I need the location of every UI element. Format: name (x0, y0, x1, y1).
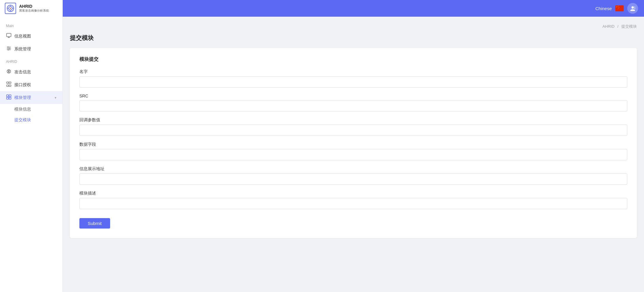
svg-point-2 (10, 8, 11, 9)
field-data-fields: 数据字段 (79, 142, 627, 160)
svg-rect-33 (7, 97, 9, 100)
settings-icon (6, 46, 11, 52)
svg-rect-27 (7, 82, 9, 83)
label-data-fields: 数据字段 (79, 142, 627, 147)
label-name: 名字 (79, 69, 627, 74)
input-src[interactable] (79, 100, 627, 111)
svg-rect-32 (9, 95, 11, 97)
chevron-down-icon: ▾ (55, 96, 56, 100)
sidebar-item-info-view[interactable]: 信息视图 (0, 30, 62, 43)
svg-rect-14 (7, 33, 11, 37)
sidebar-label-api-auth: 接口授权 (14, 82, 31, 88)
sidebar-item-attack-info[interactable]: 攻击信息 (0, 66, 62, 78)
sidebar-section-ahrid: AHRID (0, 55, 62, 66)
sidebar-section-main: Main (0, 20, 62, 30)
sidebar-sub-item-module-info[interactable]: 模块信息 (0, 104, 62, 115)
input-description[interactable] (79, 198, 627, 209)
label-description: 模块描述 (79, 191, 627, 196)
svg-rect-29 (7, 85, 9, 86)
logo-title: AHRID (19, 4, 49, 9)
sub-item-label-submit-module: 提交模块 (14, 117, 31, 122)
field-callback-params: 回调参数值 (79, 117, 627, 136)
svg-point-21 (9, 48, 10, 49)
sidebar-label-info-view: 信息视图 (14, 34, 31, 39)
sidebar: Main 信息视图 (0, 17, 63, 292)
sidebar-item-system-mgmt[interactable]: 系统管理 (0, 43, 62, 55)
field-description: 模块描述 (79, 191, 627, 209)
main-layout: Main 信息视图 (0, 17, 644, 292)
svg-rect-31 (7, 95, 9, 97)
auth-icon (6, 82, 11, 88)
breadcrumb-root: AHRID (603, 24, 614, 29)
content-area: AHRID / 提交模块 提交模块 模块提交 名字 SRC 回调参数值 (63, 17, 644, 292)
language-label[interactable]: Chinese (595, 6, 612, 11)
breadcrumb: AHRID / 提交模块 (70, 24, 637, 29)
logo-area: AHRID 黑客攻击画像分析系统 (0, 0, 63, 17)
label-src: SRC (79, 94, 627, 98)
page-title: 提交模块 (70, 34, 637, 42)
flag-icon[interactable] (615, 5, 624, 11)
svg-rect-34 (9, 97, 11, 100)
field-name: 名字 (79, 69, 627, 88)
monitor-icon (6, 33, 11, 39)
label-callback-params: 回调参数值 (79, 117, 627, 123)
sidebar-label-attack-info: 攻击信息 (14, 69, 31, 75)
logo-subtitle: 黑客攻击画像分析系统 (19, 9, 49, 13)
user-avatar[interactable] (627, 3, 638, 14)
field-display-address: 信息展示地址 (79, 166, 627, 185)
svg-rect-7 (615, 5, 624, 11)
sidebar-item-api-auth[interactable]: 接口授权 (0, 78, 62, 91)
svg-point-13 (631, 6, 634, 9)
submit-button[interactable]: Submit (79, 218, 110, 229)
top-header: AHRID 黑客攻击画像分析系统 Chinese (0, 0, 644, 17)
input-data-fields[interactable] (79, 149, 627, 160)
sidebar-sub-item-submit-module[interactable]: 提交模块 (0, 115, 62, 125)
field-src: SRC (79, 94, 627, 111)
logo-text: AHRID 黑客攻击画像分析系统 (19, 4, 49, 13)
label-display-address: 信息展示地址 (79, 166, 627, 172)
sub-item-label-module-info: 模块信息 (14, 107, 31, 111)
sidebar-label-system-mgmt: 系统管理 (14, 46, 31, 52)
input-display-address[interactable] (79, 173, 627, 185)
logo-icon (5, 3, 16, 14)
attack-icon (6, 69, 11, 75)
svg-rect-28 (9, 82, 11, 83)
svg-point-20 (7, 47, 8, 48)
svg-rect-30 (9, 85, 11, 86)
sidebar-item-module-mgmt[interactable]: 模块管理 ▾ (0, 91, 62, 104)
form-card: 模块提交 名字 SRC 回调参数值 数据字段 (70, 48, 637, 238)
breadcrumb-current: 提交模块 (621, 24, 637, 29)
breadcrumb-separator: / (617, 24, 619, 29)
input-callback-params[interactable] (79, 125, 627, 136)
module-icon (6, 94, 11, 101)
form-section-title: 模块提交 (79, 56, 627, 63)
input-name[interactable] (79, 76, 627, 88)
sidebar-label-module-mgmt: 模块管理 (14, 95, 31, 100)
header-right: Chinese (595, 3, 638, 14)
svg-point-22 (8, 49, 9, 50)
